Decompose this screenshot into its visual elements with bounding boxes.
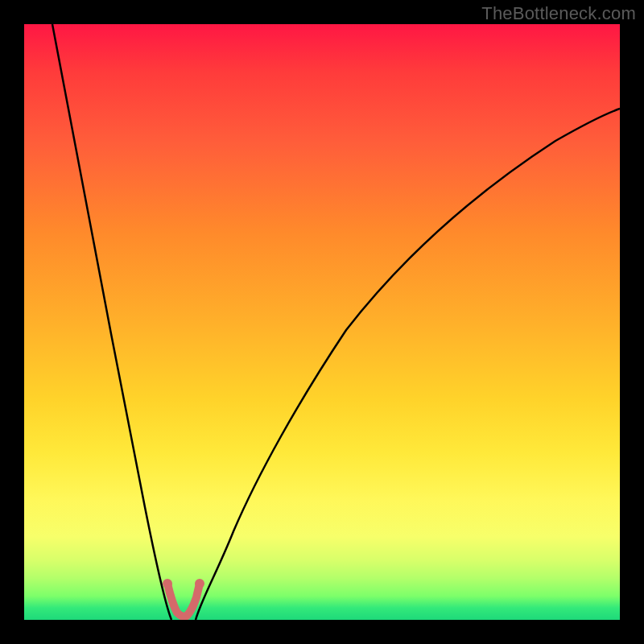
curve-bottom-markers: [167, 584, 200, 617]
chart-plot-area: [24, 24, 620, 620]
marker-dot: [163, 579, 172, 588]
curve-right-path: [196, 109, 620, 620]
watermark-text: TheBottleneck.com: [481, 3, 636, 24]
curve-left-path: [52, 24, 171, 620]
marker-dot: [195, 579, 204, 588]
chart-svg: [24, 24, 620, 620]
